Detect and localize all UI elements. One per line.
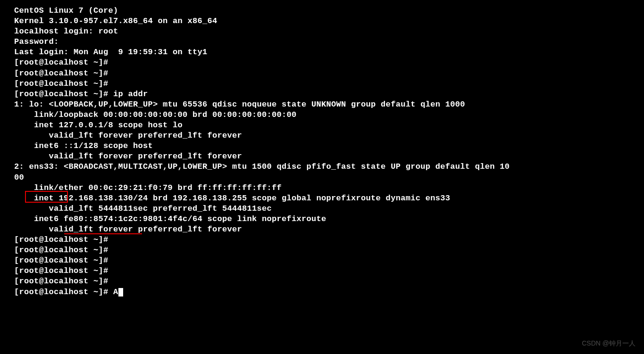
terminal-output[interactable]: CentOS Linux 7 (Core) Kernel 3.10.0-957.… [14, 6, 630, 297]
password-prompt: Password: [14, 37, 630, 47]
ens33-inet: inet 192.168.138.130/24 brd 192.168.138.… [14, 193, 630, 204]
loopback-link: link/loopback 00:00:00:00:00:00 brd 00:0… [14, 110, 630, 120]
watermark-text: CSDN @钟月一人 [582, 339, 636, 347]
login-prompt: localhost login: root [14, 26, 630, 37]
shell-prompt: [root@localhost ~]# [14, 79, 630, 89]
loopback-interface: 1: lo: <LOOPBACK,UP,LOWER_UP> mtu 65536 … [14, 99, 630, 110]
shell-prompt: [root@localhost ~]# [14, 276, 630, 287]
ens33-interface: 2: ens33: <BROADCAST,MULTICAST,UP,LOWER_… [14, 162, 630, 172]
last-login: Last login: Mon Aug 9 19:59:31 on tty1 [14, 47, 630, 58]
current-prompt[interactable]: [root@localhost ~]# A [14, 287, 630, 297]
ens33-valid6: valid_lft forever preferred_lft forever [14, 224, 630, 235]
loopback-inet6: inet6 ::1/128 scope host [14, 141, 630, 151]
shell-prompt: [root@localhost ~]# [14, 266, 630, 276]
ens33-interface-wrap: 00 [14, 173, 630, 183]
ip-addr-command: [root@localhost ~]# ip addr [14, 89, 630, 99]
ens33-link: link/ether 00:0c:29:21:f0:79 brd ff:ff:f… [14, 183, 630, 193]
cursor-icon [118, 288, 123, 296]
shell-prompt: [root@localhost ~]# [14, 245, 630, 255]
ens33-inet6: inet6 fe80::8574:1c2c:9801:4f4c/64 scope… [14, 214, 630, 224]
loopback-valid: valid_lft forever preferred_lft forever [14, 131, 630, 141]
shell-prompt: [root@localhost ~]# [14, 58, 630, 68]
kernel-info: Kernel 3.10.0-957.el7.x86_64 on an x86_6… [14, 16, 630, 26]
loopback-inet: inet 127.0.0.1/8 scope host lo [14, 120, 630, 131]
os-banner: CentOS Linux 7 (Core) [14, 6, 630, 16]
loopback-valid6: valid_lft forever preferred_lft forever [14, 151, 630, 162]
shell-prompt: [root@localhost ~]# [14, 255, 630, 266]
shell-prompt: [root@localhost ~]# [14, 235, 630, 245]
ens33-valid: valid_lft 5444811sec preferred_lft 54448… [14, 204, 630, 214]
shell-prompt: [root@localhost ~]# [14, 68, 630, 79]
